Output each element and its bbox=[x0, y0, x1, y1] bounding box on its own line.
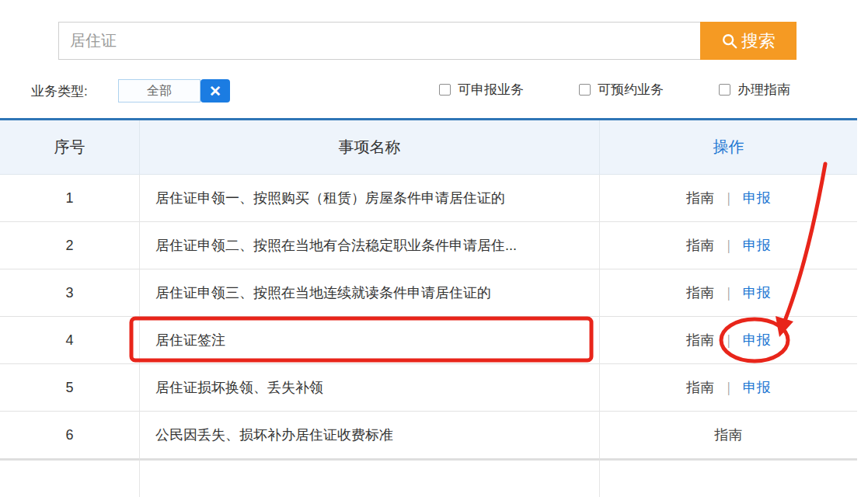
table-body: 1 居住证申领一、按照购买（租赁）房屋条件申请居住证的 指南｜申报 2 居住证申… bbox=[0, 175, 857, 497]
guide-link[interactable]: 指南 bbox=[686, 236, 714, 255]
row-serial-number: 6 bbox=[0, 412, 140, 459]
row-operations bbox=[600, 459, 857, 497]
row-item-name: 居住证损坏换领、丢失补领 bbox=[140, 364, 600, 412]
checkbox-label: 可申报业务 bbox=[458, 81, 524, 99]
table-row: 2 居住证申领二、按照在当地有合法稳定职业条件申请居住... 指南｜申报 bbox=[0, 222, 857, 269]
row-item-name bbox=[140, 459, 600, 497]
row-item-name: 居住证申领一、按照购买（租赁）房屋条件申请居住证的 bbox=[140, 175, 600, 222]
checkbox-label: 办理指南 bbox=[737, 81, 790, 99]
action-separator: ｜ bbox=[722, 284, 735, 302]
business-type-value: 全部 bbox=[147, 83, 172, 99]
close-icon: ✕ bbox=[209, 82, 221, 100]
checkbox-reservable-business[interactable]: 可预约业务 bbox=[579, 81, 664, 99]
guide-link[interactable]: 指南 bbox=[686, 283, 714, 302]
table-row: 1 居住证申领一、按照购买（租赁）房屋条件申请居住证的 指南｜申报 bbox=[0, 175, 857, 222]
checkbox-declarable-business[interactable]: 可申报业务 bbox=[439, 81, 524, 99]
search-button[interactable]: 搜索 bbox=[700, 22, 797, 60]
table-row: 3 居住证申领三、按照在当地连续就读条件申请居住证的 指南｜申报 bbox=[0, 269, 857, 317]
guide-link[interactable]: 指南 bbox=[686, 331, 714, 349]
header-item-name: 事项名称 bbox=[140, 120, 600, 175]
table-row: 6 公民因丢失、损坏补办居住证收费标准 指南 bbox=[0, 412, 857, 459]
table-header-row: 序号 事项名称 操作 bbox=[0, 120, 857, 175]
search-input[interactable] bbox=[58, 22, 700, 60]
table-row: 4 居住证签注 指南｜申报 bbox=[0, 317, 857, 364]
apply-link[interactable]: 申报 bbox=[743, 189, 771, 207]
business-type-select[interactable]: 全部 bbox=[118, 79, 200, 103]
checkbox-handling-guide[interactable]: 办理指南 bbox=[719, 81, 790, 99]
apply-link[interactable]: 申报 bbox=[743, 378, 771, 397]
row-operations: 指南 bbox=[600, 412, 857, 459]
apply-link[interactable]: 申报 bbox=[743, 331, 771, 349]
row-item-name: 公民因丢失、损坏补办居住证收费标准 bbox=[140, 412, 600, 459]
row-serial-number: 3 bbox=[0, 269, 140, 317]
row-operations: 指南｜申报 bbox=[600, 317, 857, 364]
checkbox-label: 可预约业务 bbox=[598, 81, 664, 99]
table-row: 5 居住证损坏换领、丢失补领 指南｜申报 bbox=[0, 364, 857, 412]
clear-filter-button[interactable]: ✕ bbox=[200, 79, 230, 103]
row-operations: 指南｜申报 bbox=[600, 269, 857, 317]
action-separator: ｜ bbox=[722, 237, 735, 255]
header-serial-number: 序号 bbox=[0, 120, 140, 175]
guide-link[interactable]: 指南 bbox=[715, 426, 743, 444]
row-serial-number: 1 bbox=[0, 175, 140, 222]
row-serial-number: 2 bbox=[0, 222, 140, 269]
business-type-label: 业务类型: bbox=[31, 82, 88, 100]
table-row bbox=[0, 459, 857, 497]
header-operation: 操作 bbox=[600, 120, 857, 175]
checkbox-icon[interactable] bbox=[719, 84, 730, 96]
search-icon bbox=[721, 33, 738, 50]
guide-link[interactable]: 指南 bbox=[686, 189, 714, 207]
apply-link[interactable]: 申报 bbox=[743, 283, 771, 302]
row-serial-number bbox=[0, 459, 140, 497]
row-serial-number: 4 bbox=[0, 317, 140, 364]
row-serial-number: 5 bbox=[0, 364, 140, 412]
row-item-name: 居住证申领二、按照在当地有合法稳定职业条件申请居住... bbox=[140, 222, 600, 269]
results-table: 序号 事项名称 操作 1 居住证申领一、按照购买（租赁）房屋条件申请居住证的 指… bbox=[0, 118, 857, 497]
action-separator: ｜ bbox=[722, 189, 735, 207]
guide-link[interactable]: 指南 bbox=[686, 378, 714, 397]
row-operations: 指南｜申报 bbox=[600, 364, 857, 412]
checkbox-icon[interactable] bbox=[439, 84, 451, 96]
search-button-label: 搜索 bbox=[741, 30, 776, 53]
checkbox-icon[interactable] bbox=[579, 84, 591, 96]
filter-row: 业务类型: 全部 ✕ 可申报业务 可预约业务 办理指南 bbox=[0, 78, 868, 104]
search-bar: 搜索 bbox=[58, 22, 797, 60]
apply-link[interactable]: 申报 bbox=[743, 236, 771, 255]
action-separator: ｜ bbox=[722, 332, 735, 349]
row-item-name: 居住证申领三、按照在当地连续就读条件申请居住证的 bbox=[140, 269, 600, 317]
row-operations: 指南｜申报 bbox=[600, 175, 857, 222]
action-separator: ｜ bbox=[722, 379, 735, 397]
row-item-name: 居住证签注 bbox=[140, 317, 600, 364]
row-operations: 指南｜申报 bbox=[600, 222, 857, 269]
